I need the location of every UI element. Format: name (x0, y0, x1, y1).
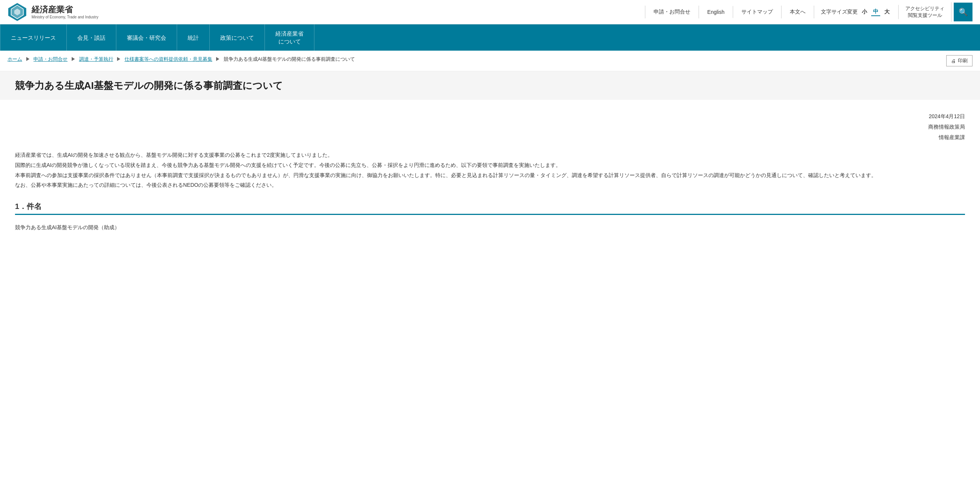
accessibility-button[interactable]: アクセシビリティ 閲覧支援ツール (899, 2, 951, 22)
breadcrumb-specs[interactable]: 仕様書案等への資料提供依頼・意見募集 (124, 56, 212, 62)
section1-heading: 1．件名 (0, 202, 980, 211)
nav-english[interactable]: English (699, 6, 733, 18)
breadcrumb-sep-1: ▶ (25, 56, 30, 62)
nav-news[interactable]: ニュースリリース (0, 24, 67, 51)
print-label: 印刷 (958, 57, 967, 64)
breadcrumb: ホーム ▶ 申請・お問合せ ▶ 調達・予算執行 ▶ 仕様書案等への資料提供依頼・… (0, 51, 980, 71)
date: 2024年4月12日 (15, 111, 965, 122)
breadcrumb-links: ホーム ▶ 申請・お問合せ ▶ 調達・予算執行 ▶ 仕様書案等への資料提供依頼・… (8, 55, 946, 63)
section1-title: 1．件名 (15, 202, 965, 211)
breadcrumb-home[interactable]: ホーム (8, 56, 22, 62)
section1-body: 競争力ある生成AI基盤モデルの開発（助成） (0, 222, 980, 233)
ministry-name: 経済産業省 (32, 5, 98, 14)
section1-text: 競争力ある生成AI基盤モデルの開発（助成） (15, 222, 965, 233)
date-dept: 2024年4月12日 商務情報政策局 情報産業課 (0, 111, 980, 143)
breadcrumb-sep-3: ▶ (116, 56, 121, 62)
search-button[interactable]: 🔍 (954, 3, 972, 21)
nav-main-text[interactable]: 本文へ (781, 6, 814, 18)
nav-sitemap[interactable]: サイトマップ (733, 6, 781, 18)
nav-statistics[interactable]: 統計 (177, 24, 210, 51)
main-nav: ニュースリリース 会見・談話 審議会・研究会 統計 政策について 経済産業省 に… (0, 24, 980, 51)
nav-application[interactable]: 申請・お問合せ (645, 6, 699, 18)
font-medium-button[interactable]: 中 (871, 8, 880, 16)
nav-conference[interactable]: 会見・談話 (67, 24, 116, 51)
nav-about[interactable]: 経済産業省 について (265, 24, 314, 51)
page-title: 競争力ある生成AI基盤モデルの開発に係る事前調査について (15, 79, 965, 92)
department2: 情報産業課 (15, 132, 965, 143)
nav-policy[interactable]: 政策について (210, 24, 265, 51)
font-large-button[interactable]: 大 (883, 8, 891, 16)
section1-underline (15, 214, 965, 215)
logo-text-area: 経済産業省 Ministry of Economy, Trade and Ind… (32, 5, 98, 19)
logo-area: 経済産業省 Ministry of Economy, Trade and Ind… (8, 2, 98, 22)
accessibility-line2: 閲覧支援ツール (908, 12, 942, 19)
logo-icon (8, 2, 27, 22)
accessibility-line1: アクセシビリティ (905, 5, 944, 12)
breadcrumb-current: 競争力ある生成AI基盤モデルの開発に係る事前調査について (224, 56, 355, 62)
body-text: 経済産業省では、生成AIの開発を加速させる観点から、基盤モデル開発に対する支援事… (0, 150, 980, 190)
search-icon: 🔍 (959, 8, 968, 16)
header-top: 経済産業省 Ministry of Economy, Trade and Ind… (0, 0, 980, 24)
nav-council[interactable]: 審議会・研究会 (116, 24, 177, 51)
breadcrumb-procurement[interactable]: 調達・予算執行 (79, 56, 113, 62)
print-icon: 🖨 (951, 58, 956, 64)
breadcrumb-sep-4: ▶ (215, 56, 220, 62)
breadcrumb-sep-2: ▶ (71, 56, 76, 62)
ministry-name-en: Ministry of Economy, Trade and Industry (32, 15, 98, 19)
font-small-button[interactable]: 小 (860, 8, 869, 16)
font-size-label: 文字サイズ変更 (821, 9, 858, 15)
print-button[interactable]: 🖨 印刷 (946, 55, 972, 67)
body-paragraph: 経済産業省では、生成AIの開発を加速させる観点から、基盤モデル開発に対する支援事… (15, 150, 965, 190)
page-title-section: 競争力ある生成AI基盤モデルの開発に係る事前調査について (0, 71, 980, 100)
breadcrumb-application[interactable]: 申請・お問合せ (33, 56, 68, 62)
department1: 商務情報政策局 (15, 122, 965, 132)
font-size-area: 文字サイズ変更 小 中 大 (814, 5, 899, 19)
header-nav: 申請・お問合せ English サイトマップ 本文へ (645, 6, 814, 18)
